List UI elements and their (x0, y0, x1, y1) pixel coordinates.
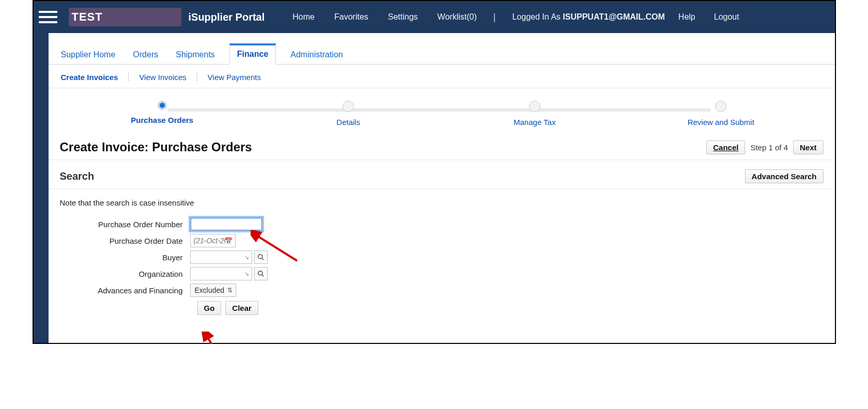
train-step-manage-tax[interactable]: Manage Tax (442, 101, 628, 127)
nav-logout[interactable]: Logout (714, 12, 739, 22)
cancel-button[interactable]: Cancel (706, 140, 745, 154)
advanced-search-button[interactable]: Advanced Search (745, 169, 824, 183)
row-advances-financing: Advances and Financing Excluded ⇅ (60, 284, 824, 297)
nav-favorites[interactable]: Favorites (334, 12, 368, 22)
tab-finance[interactable]: Finance (229, 43, 276, 65)
step-dot-icon (343, 101, 354, 112)
row-po-date: Purchase Order Date 📅 (60, 234, 824, 247)
global-nav: Home Favorites Settings Worklist(0) (292, 12, 476, 22)
buyer-input[interactable] (190, 250, 252, 264)
advances-financing-value: Excluded (195, 286, 225, 294)
organization-search-icon[interactable] (254, 267, 268, 280)
nav-home[interactable]: Home (292, 12, 315, 22)
subtab-view-invoices[interactable]: View Invoices (129, 73, 197, 82)
primary-tabs: Supplier Home Orders Shipments Finance A… (49, 43, 835, 65)
go-button[interactable]: Go (197, 301, 222, 315)
tab-underline (49, 64, 835, 65)
logged-in-label: Logged In As ISUPPUAT1@GMAIL.COM (512, 12, 664, 22)
menu-icon[interactable] (39, 8, 57, 26)
nav-settings[interactable]: Settings (388, 12, 418, 22)
subtab-create-invoices[interactable]: Create Invoices (61, 73, 129, 82)
logo-text: TEST (72, 10, 103, 24)
separator-icon: | (493, 12, 496, 23)
search-form: Purchase Order Number Purchase Order Dat… (49, 211, 835, 318)
search-heading: Search (60, 170, 745, 182)
subtab-view-payments[interactable]: View Payments (197, 73, 271, 82)
svg-point-0 (258, 255, 262, 259)
organization-input[interactable] (190, 267, 252, 280)
content-area: Supplier Home Orders Shipments Finance A… (49, 33, 835, 343)
clear-button[interactable]: Clear (225, 301, 258, 315)
label-organization: Organization (60, 270, 190, 278)
step-dot-icon (529, 101, 540, 112)
select-caret-icon: ⇅ (227, 287, 233, 294)
train-label: Purchase Orders (69, 116, 256, 124)
tab-orders[interactable]: Orders (130, 47, 161, 65)
po-number-input[interactable] (190, 217, 262, 231)
page-title: Create Invoice: Purchase Orders (60, 140, 707, 154)
portal-title: iSupplier Portal (189, 11, 265, 23)
window-frame: TEST iSupplier Portal Home Favorites Set… (33, 0, 836, 344)
global-header: TEST iSupplier Portal Home Favorites Set… (34, 1, 835, 33)
tab-supplier-home[interactable]: Supplier Home (58, 47, 119, 65)
train-label: Details (255, 118, 442, 127)
logged-in-user: ISUPPUAT1@GMAIL.COM (563, 12, 665, 21)
row-organization: Organization ↘ (60, 267, 824, 280)
search-heading-row: Search Advanced Search (49, 160, 835, 189)
label-advances-financing: Advances and Financing (60, 286, 190, 295)
label-buyer: Buyer (60, 253, 190, 262)
train-step-purchase-orders[interactable]: Purchase Orders (69, 101, 256, 127)
svg-point-2 (258, 271, 262, 275)
step-dot-icon (715, 101, 726, 112)
tab-administration[interactable]: Administration (287, 47, 346, 65)
sidebar-strip (34, 33, 49, 343)
nav-worklist[interactable]: Worklist(0) (438, 12, 477, 22)
step-dot-icon (158, 101, 167, 110)
train-label: Manage Tax (442, 118, 628, 127)
buyer-search-icon[interactable] (254, 250, 268, 264)
train-step-review-submit[interactable]: Review and Submit (628, 101, 814, 127)
advances-financing-select[interactable]: Excluded ⇅ (190, 284, 237, 297)
logged-in-prefix: Logged In As (512, 12, 563, 21)
svg-line-1 (261, 258, 264, 260)
row-po-number: Purchase Order Number (60, 217, 824, 231)
label-po-number: Purchase Order Number (60, 220, 190, 229)
header-right-links: Help Logout (678, 12, 739, 22)
svg-line-3 (261, 275, 264, 277)
search-note: Note that the search is case insensitive (49, 189, 835, 211)
page-heading-row: Create Invoice: Purchase Orders Cancel S… (49, 137, 835, 160)
tab-shipments[interactable]: Shipments (173, 47, 218, 65)
label-po-date: Purchase Order Date (60, 237, 190, 245)
dropdown-icon[interactable]: ↘ (244, 271, 249, 277)
wizard-train: Purchase Orders Details Manage Tax Revie… (69, 101, 814, 132)
calendar-icon[interactable]: 📅 (224, 237, 233, 245)
nav-help[interactable]: Help (678, 12, 695, 22)
step-indicator: Step 1 of 4 (750, 143, 788, 152)
form-buttons: Go Clear (197, 301, 824, 315)
next-button[interactable]: Next (793, 140, 824, 154)
train-label: Review and Submit (628, 118, 814, 127)
train-step-details[interactable]: Details (255, 101, 442, 127)
logo-box: TEST (69, 8, 181, 26)
dropdown-icon[interactable]: ↘ (244, 254, 249, 261)
row-buyer: Buyer ↘ (60, 250, 824, 264)
sub-tabs: Create Invoices View Invoices View Payme… (49, 67, 835, 88)
